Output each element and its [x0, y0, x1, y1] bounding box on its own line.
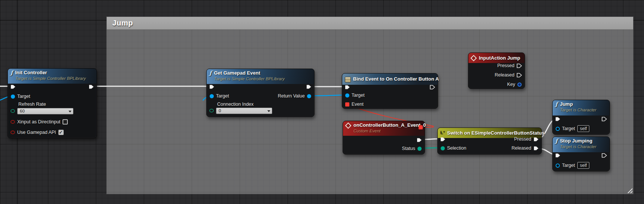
node-input-action-jump[interactable]: InputAction Jump Pressed Released Key [468, 52, 525, 89]
function-icon: ƒ [555, 138, 558, 144]
dropdown-value: 0 [219, 108, 221, 113]
node-header[interactable]: ƒ Get Gamepad Event Target is Simple Con… [207, 69, 314, 84]
exec-arrow-icon [602, 117, 607, 122]
node-subtitle: Target is Simple Controller BPLibrary [15, 76, 86, 81]
target-input-pin[interactable]: Target [210, 92, 229, 100]
node-subtitle: Target is Character [560, 107, 596, 112]
node-stop-jumping[interactable]: ƒ Stop Jumping Target is Character Targe… [552, 136, 610, 171]
node-header[interactable]: InputAction Jump [468, 53, 525, 63]
exec-in-pin[interactable] [555, 152, 561, 159]
exec-in-pin[interactable] [345, 83, 350, 91]
key-struct-pin-icon [517, 82, 522, 87]
pin-label: Released [495, 72, 514, 78]
exec-out-pin[interactable] [89, 83, 94, 90]
exec-out-pin[interactable] [430, 83, 435, 91]
node-switch-on-button-status[interactable]: Ƚ⁺ Switch on ESimpleControllerButtonStat… [437, 128, 542, 154]
pin-label: Xinput as Directinput [17, 119, 60, 124]
exec-in-pin[interactable] [209, 83, 215, 90]
dropdown-value: 60 [20, 109, 25, 113]
pin-label: Key [507, 82, 515, 87]
target-self-value[interactable]: self [577, 162, 590, 169]
target-input-pin[interactable]: Target self [556, 125, 589, 132]
pin-label: Selection [447, 146, 466, 151]
pressed-exec-out-pin[interactable]: Pressed [497, 62, 522, 69]
event-input-pin[interactable]: Event [345, 100, 364, 108]
status-output-pin[interactable]: Status [402, 145, 422, 152]
connection-index-dropdown[interactable]: 0 [216, 108, 272, 114]
function-icon: ƒ [209, 70, 212, 76]
pin-label: Use Gamepad API [17, 130, 56, 135]
function-icon: ƒ [555, 101, 558, 107]
node-get-gamepad-event[interactable]: ƒ Get Gamepad Event Target is Simple Con… [206, 69, 315, 117]
comment-header[interactable]: Jump [107, 17, 633, 30]
node-init-controller[interactable]: ƒ Init Controller Target is Simple Contr… [7, 68, 97, 138]
exec-out-pin[interactable] [602, 152, 607, 159]
refresh-rate-label-row: Refresh Rate [18, 100, 46, 108]
exec-out-pin[interactable] [306, 83, 312, 90]
pin-label: Return Value [278, 93, 305, 99]
target-input-pin[interactable]: Target self [556, 162, 589, 169]
pin-label: Released [511, 146, 531, 151]
released-exec-out-pin[interactable]: Released [511, 144, 539, 152]
pin-label: Target [562, 163, 575, 168]
switch-icon: Ƚ⁺ [440, 130, 445, 136]
return-value-pin[interactable]: Return Value [278, 92, 311, 100]
node-custom-event[interactable]: onControllerButton_A_Event_0 Custom Even… [343, 121, 425, 154]
object-pin-icon [345, 93, 349, 98]
exec-in-pin[interactable] [10, 83, 16, 90]
target-input-pin[interactable]: Target [11, 93, 30, 100]
exec-arrow-icon [345, 85, 350, 90]
exec-arrow-icon [89, 84, 94, 89]
node-header[interactable]: ƒ Init Controller Target is Simple Contr… [8, 69, 97, 84]
exec-arrow-icon [440, 137, 446, 142]
use-gamepad-pin-row[interactable]: Use Gamepad API ✓ [10, 129, 64, 136]
exec-in-pin[interactable] [440, 135, 446, 143]
blueprint-graph-canvas[interactable]: Jump ƒ Init Controller Target is Simple … [0, 0, 644, 204]
event-diamond-icon [345, 123, 352, 129]
pin-label: Connection Index [217, 102, 253, 107]
target-input-pin[interactable]: Target [345, 92, 365, 99]
node-jump[interactable]: ƒ Jump Target is Character Target self [552, 100, 610, 135]
xinput-checkbox[interactable] [63, 119, 68, 124]
node-title: Init Controller [15, 70, 86, 76]
node-header[interactable]: onControllerButton_A_Event_0 Custom Even… [343, 121, 425, 136]
enum-pin-icon [441, 146, 445, 150]
node-bind-event[interactable]: Bind Event to On Controller Button A Tar… [342, 73, 438, 109]
released-exec-out-pin[interactable]: Released [495, 71, 522, 79]
pressed-exec-out-pin[interactable]: Pressed [514, 135, 539, 143]
node-title: Jump [560, 101, 596, 107]
target-self-value[interactable]: self [577, 125, 590, 132]
exec-arrow-icon [602, 153, 607, 158]
node-subtitle: Target is Character [560, 144, 596, 149]
exec-arrow-icon [534, 137, 539, 142]
refresh-rate-pin-row[interactable]: 60 [10, 107, 93, 115]
exec-out-pin[interactable] [602, 115, 607, 123]
int-pin-icon [209, 109, 214, 112]
pin-label: Target [17, 94, 30, 99]
exec-in-pin[interactable] [555, 115, 561, 123]
xinput-pin-row[interactable]: Xinput as Directinput [10, 118, 68, 126]
node-header[interactable]: ƒ Jump Target is Character [553, 100, 610, 116]
comment-resize-handle[interactable] [626, 187, 632, 193]
bind-event-icon [345, 77, 351, 82]
refresh-rate-dropdown[interactable]: 60 [17, 108, 73, 114]
node-subtitle: Target is Simple Controller BPLibrary [214, 76, 285, 81]
object-pin-icon [11, 94, 15, 99]
bool-pin-icon [10, 120, 15, 124]
node-header[interactable]: Bind Event to On Controller Button A [342, 74, 438, 85]
selection-input-pin[interactable]: Selection [441, 144, 466, 152]
event-diamond-icon [471, 55, 477, 61]
pin-label: Target [216, 93, 229, 99]
node-header[interactable]: ƒ Stop Jumping Target is Character [553, 137, 610, 152]
exec-out-pin[interactable] [417, 136, 422, 144]
exec-arrow-icon [209, 84, 215, 89]
exec-arrow-icon [10, 84, 16, 89]
comment-title: Jump [112, 19, 133, 27]
use-gamepad-checkbox[interactable]: ✓ [58, 130, 64, 135]
key-output-pin[interactable]: Key [507, 81, 522, 88]
node-title: Get Gamepad Event [214, 70, 285, 76]
pin-label: Status [402, 146, 415, 151]
object-pin-icon [210, 94, 214, 98]
delegate-output-pin[interactable] [419, 125, 423, 129]
connection-index-pin-row[interactable]: 0 [209, 107, 295, 114]
